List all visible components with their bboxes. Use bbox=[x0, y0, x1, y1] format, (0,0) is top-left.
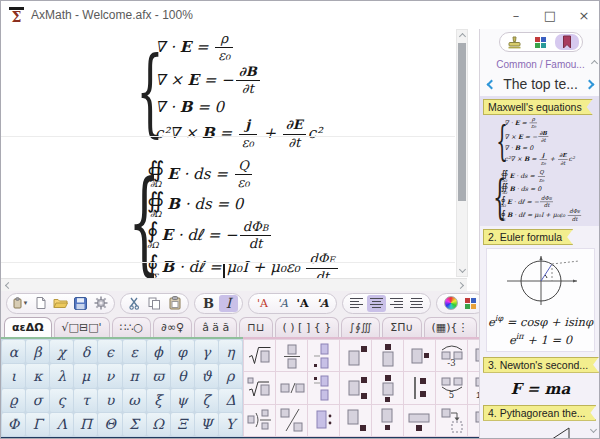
scroll-down-button[interactable] bbox=[457, 264, 467, 275]
template-stack-scripts[interactable] bbox=[308, 340, 339, 371]
greek-letter-cell[interactable]: α bbox=[2, 340, 25, 363]
greek-letter-cell[interactable]: σ bbox=[26, 389, 49, 412]
greek-letter-cell[interactable]: ϖ bbox=[147, 364, 170, 387]
greek-letter-cell[interactable]: ν bbox=[98, 364, 121, 387]
palette-tab[interactable]: (▦){⋮ bbox=[424, 317, 477, 337]
prev-collection-button[interactable] bbox=[487, 79, 497, 89]
greek-letter-cell[interactable]: φ bbox=[171, 340, 194, 363]
greek-letter-cell[interactable]: Φ bbox=[2, 413, 25, 436]
greek-letter-cell[interactable]: ω bbox=[123, 389, 146, 412]
greek-letter-cell[interactable]: Γ bbox=[26, 413, 49, 436]
font-style-variable-button[interactable]: 'A bbox=[273, 295, 292, 312]
vertical-scrollbar[interactable] bbox=[456, 29, 468, 277]
template-superscript[interactable] bbox=[340, 340, 371, 371]
align-distribute-button[interactable] bbox=[407, 295, 426, 312]
greek-letter-cell[interactable]: ξ bbox=[147, 389, 170, 412]
greek-letter-cell[interactable]: Ξ bbox=[171, 413, 194, 436]
greek-letter-cell[interactable]: θ bbox=[171, 364, 194, 387]
library-category-link[interactable]: Common / Famou... bbox=[496, 59, 584, 70]
clipboard-options-dropdown-button[interactable]: ▼ bbox=[11, 295, 30, 312]
template-fraction[interactable] bbox=[276, 340, 307, 371]
palette-tab[interactable]: ∷∴○ bbox=[112, 317, 152, 337]
font-style-bold-italic-button[interactable]: 'A bbox=[313, 295, 332, 312]
settings-button[interactable] bbox=[91, 295, 110, 312]
palette-tab[interactable]: αεΔΩ bbox=[4, 317, 52, 337]
template-wide-underscript[interactable] bbox=[404, 405, 435, 436]
stamp-tool-button[interactable] bbox=[503, 34, 527, 50]
bold-button[interactable]: B bbox=[199, 295, 218, 312]
next-collection-button[interactable] bbox=[584, 79, 594, 89]
document-editing-area[interactable]: { ∇ · E = ρε₀ ∇ × E = −∂B∂t ∇ · B = 0 c²… bbox=[1, 29, 479, 291]
template-subscript[interactable] bbox=[340, 405, 371, 436]
scroll-left-button[interactable] bbox=[3, 280, 13, 291]
open-file-button[interactable] bbox=[51, 295, 70, 312]
template-slash-fraction[interactable] bbox=[276, 405, 307, 436]
cut-button[interactable] bbox=[125, 295, 144, 312]
collection-name[interactable]: The top te... bbox=[503, 76, 578, 92]
template-nth-root[interactable] bbox=[244, 372, 275, 403]
close-button[interactable]: × bbox=[567, 1, 600, 29]
greek-letter-cell[interactable]: Π bbox=[74, 413, 97, 436]
greek-letter-cell[interactable]: Θ bbox=[98, 413, 121, 436]
align-left-button[interactable] bbox=[347, 295, 366, 312]
greek-letter-cell[interactable]: γ bbox=[195, 340, 218, 363]
template-arrow-box[interactable] bbox=[436, 405, 467, 436]
greek-letter-cell[interactable]: υ bbox=[98, 389, 121, 412]
greek-letter-cell[interactable]: η bbox=[219, 340, 242, 363]
formula-tag[interactable]: 3. Newton's second... bbox=[483, 357, 599, 373]
greek-letter-cell[interactable]: Σ bbox=[123, 413, 146, 436]
formula-item-euler[interactable]: 2. Euler formula eiφ = cosφ + isinφ eiπ … bbox=[480, 226, 600, 352]
greek-letter-cell[interactable]: π bbox=[123, 364, 146, 387]
copy-button[interactable] bbox=[145, 295, 164, 312]
horizontal-scrollbar[interactable] bbox=[1, 278, 467, 291]
template-overscript[interactable] bbox=[372, 340, 403, 371]
template-mixed-fraction[interactable] bbox=[244, 405, 275, 436]
formula-tag[interactable]: 4. Pythagorean the... bbox=[483, 405, 596, 421]
template-inline-fraction[interactable] bbox=[276, 372, 307, 403]
font-style-bold-button[interactable]: 'A bbox=[293, 295, 312, 312]
greek-letter-cell[interactable]: ς bbox=[50, 389, 73, 412]
template-overbrace[interactable]: -3 bbox=[436, 340, 467, 371]
template-underscript[interactable] bbox=[372, 405, 403, 436]
sidebar-scroll-down-button[interactable] bbox=[588, 424, 598, 435]
align-right-button[interactable] bbox=[387, 295, 406, 312]
maximize-button[interactable]: □ bbox=[533, 1, 567, 29]
template-right-script[interactable] bbox=[404, 340, 435, 371]
greek-letter-cell[interactable]: λ bbox=[50, 364, 73, 387]
minimize-button[interactable]: – bbox=[499, 1, 533, 29]
template-box-dots[interactable] bbox=[308, 405, 339, 436]
sidebar-scroll-up-button[interactable] bbox=[589, 58, 599, 69]
greek-letter-cell[interactable]: κ bbox=[26, 364, 49, 387]
template-evaluation-bar[interactable] bbox=[404, 372, 435, 403]
greek-letter-cell[interactable]: Ω bbox=[147, 413, 170, 436]
new-document-button[interactable] bbox=[31, 295, 50, 312]
color-wheel-button[interactable] bbox=[441, 295, 460, 312]
greek-letter-cell[interactable]: δ bbox=[74, 340, 97, 363]
palette-tab[interactable]: √□⊟□' bbox=[54, 317, 110, 337]
greek-letter-cell[interactable]: Δ bbox=[219, 389, 242, 412]
greek-letter-cell[interactable]: ϵ bbox=[98, 340, 121, 363]
formula-item-newton[interactable]: 3. Newton's second... F = ma bbox=[480, 354, 600, 398]
greek-letter-cell[interactable]: τ bbox=[74, 389, 97, 412]
template-over-under[interactable] bbox=[372, 372, 403, 403]
greek-letter-cell[interactable]: ϱ bbox=[2, 389, 25, 412]
greek-letter-cell[interactable]: Υ bbox=[219, 413, 242, 436]
font-style-text-button[interactable]: 'A bbox=[253, 295, 272, 312]
greek-letter-cell[interactable]: ε bbox=[123, 340, 146, 363]
color-palette-button[interactable] bbox=[461, 295, 480, 312]
template-sub-superscript[interactable] bbox=[340, 372, 371, 403]
formula-item-pythagorean[interactable]: 4. Pythagorean the... bbox=[480, 402, 600, 439]
greek-letter-cell[interactable]: ζ bbox=[195, 389, 218, 412]
greek-letter-cell[interactable]: ρ bbox=[219, 364, 242, 387]
paste-button[interactable] bbox=[165, 295, 184, 312]
formula-item-maxwell[interactable]: Maxwell's equations { ∇ · E = ρε₀ ∇ × E … bbox=[480, 96, 600, 226]
greek-letter-cell[interactable]: ι bbox=[2, 364, 25, 387]
formula-tag[interactable]: Maxwell's equations bbox=[483, 99, 593, 115]
scroll-up-button[interactable] bbox=[457, 31, 467, 42]
greek-letter-cell[interactable]: ϕ bbox=[147, 340, 170, 363]
greek-letter-cell[interactable]: β bbox=[26, 340, 49, 363]
palette-tab[interactable]: ( ) [ ] { } bbox=[275, 317, 340, 337]
palette-tab[interactable]: ∂∞♀ bbox=[153, 317, 192, 337]
italic-button[interactable]: I bbox=[219, 295, 238, 312]
greek-letter-cell[interactable]: ψ bbox=[171, 389, 194, 412]
